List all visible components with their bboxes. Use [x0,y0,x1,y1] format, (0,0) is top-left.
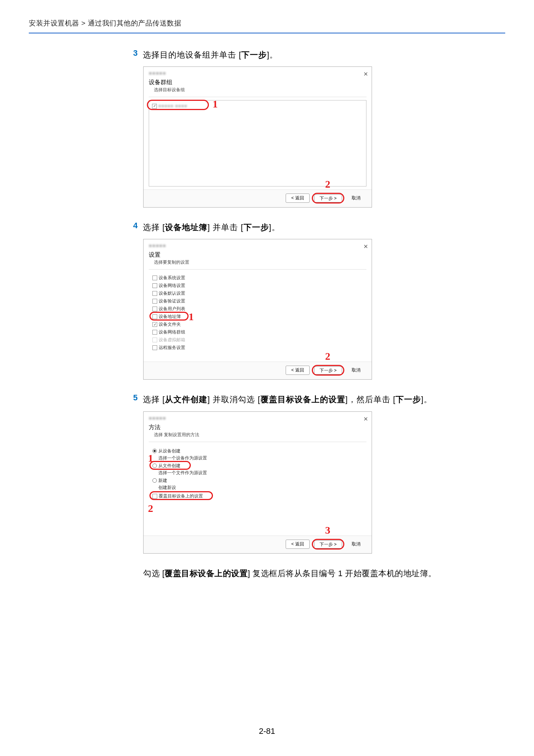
radio-new[interactable]: 新建 [152,477,364,485]
callout-2: 2 [325,350,330,362]
back-button[interactable]: < 返回 [286,540,309,549]
checkbox-icon[interactable] [152,330,157,335]
radio-from-file-sub: 选择一个文件作为源设置 [152,470,364,476]
callout-3: 3 [325,524,330,536]
radio-from-device[interactable]: 从设备创建 [152,447,364,455]
step-5-number: 5 [127,393,143,406]
back-button[interactable]: < 返回 [286,194,309,203]
checkbox-icon[interactable] [152,299,157,304]
checkbox-overwrite[interactable]: 覆盖目标设备上的设置 [152,492,364,500]
opt-network[interactable]: 设备网络设置 [152,282,364,290]
fig2-subheading: 选择要复制的设置 [144,259,372,268]
cancel-button[interactable]: 取消 [347,194,366,202]
callout-2: 2 [325,178,330,190]
step-3: 3 选择目的地设备组并单击 [下一步]。 [127,48,505,61]
radio-from-file[interactable]: 从文件创建 [152,462,364,470]
opt-netgroup[interactable]: 设备网络群组 [152,328,364,336]
callout-2: 2 [148,503,153,514]
checkbox-icon [152,338,157,342]
step-3-prefix: 选择目的地设备组并单击 [ [143,50,241,59]
callout-1: 1 [148,452,153,464]
header-rule [29,33,505,34]
fig1-heading: 设备群组 [144,78,372,86]
footnote: 勾选 [覆盖目标设备上的设置] 复选框后将从条目编号 1 开始覆盖本机的地址簿。 [143,567,505,580]
checkbox-icon[interactable] [152,322,157,327]
fig3-body: 从设备创建 选择一个设备作为源设置 从文件创建 选择一个文件作为源设置 新建 创… [149,445,366,533]
step-4: 4 选择 [设备地址簿] 并单击 [下一步]。 [127,221,505,234]
opt-remote[interactable]: 远程服务设置 [152,344,364,352]
opt-folder[interactable]: 设备文件夹 [152,321,364,328]
step-5: 5 选择 [从文件创建] 并取消勾选 [覆盖目标设备上的设置]，然后单击 [下一… [127,393,505,406]
step-4-text: 选择 [设备地址簿] 并单击 [下一步]。 [143,221,280,234]
fig1-footer: < 返回 下一步 > 取消 [144,189,372,207]
figure-settings: ■■■■■ × 设置 选择要复制的设置 设备系统设置 设备网络设置 设备默认设置… [143,239,372,380]
dialog-title-blur: ■■■■■ [149,243,166,249]
step-4-number: 4 [127,221,143,234]
dialog-title-blur: ■■■■■ [149,415,166,421]
step-3-bold: 下一步 [241,50,267,59]
cancel-button[interactable]: 取消 [347,540,366,548]
radio-icon[interactable] [152,478,157,483]
close-icon[interactable]: × [364,415,368,423]
fig2-footer: < 返回 下一步 > 取消 [144,362,372,379]
opt-addressbook[interactable]: 设备地址簿 [152,313,364,321]
fig1-body: ■■■■■ ■■■■ 1 [149,100,366,187]
radio-new-sub: 创建新设 [152,485,364,491]
opt-default[interactable]: 设备默认设置 [152,290,364,297]
cancel-button[interactable]: 取消 [347,366,366,374]
close-icon[interactable]: × [364,242,368,251]
fig1-subheading: 选择目标设备组 [144,86,372,96]
figure-method: ■■■■■ × 方法 选择 复制设置用的方法 从设备创建 选择一个设备作为源设置… [143,411,372,554]
breadcrumb: 安装并设置机器 > 通过我们其他的产品传送数据 [29,18,505,28]
fig3-subheading: 选择 复制设置用的方法 [144,431,372,441]
step-3-number: 3 [127,48,143,61]
checkbox-icon[interactable] [152,291,157,296]
page-number: 2-81 [0,726,534,736]
checkbox-icon[interactable] [152,307,157,311]
callout-1: 1 [189,311,194,323]
step-5-text: 选择 [从文件创建] 并取消勾选 [覆盖目标设备上的设置]，然后单击 [下一步]… [143,393,432,406]
opt-auth[interactable]: 设备验证设置 [152,297,364,305]
step-3-suffix: ]。 [267,50,278,59]
close-icon[interactable]: × [364,70,368,78]
checkbox-icon[interactable] [152,283,157,288]
step-3-text: 选择目的地设备组并单击 [下一步]。 [143,48,278,61]
callout-1: 1 [213,98,218,110]
checkbox-icon[interactable] [152,345,157,350]
opt-virtualmail: 设备虚拟邮箱 [152,336,364,344]
dialog-title-blur: ■■■■■ [149,70,166,76]
fig2-heading: 设置 [144,250,372,259]
figure-device-group: ■■■■■ × 设备群组 选择目标设备组 ■■■■■ ■■■■ 1 2 < 返回… [143,66,372,208]
back-button[interactable]: < 返回 [286,366,309,375]
radio-from-device-sub: 选择一个设备作为源设置 [152,455,364,461]
fig3-heading: 方法 [144,423,372,431]
opt-system[interactable]: 设备系统设置 [152,274,364,282]
fig2-body: 设备系统设置 设备网络设置 设备默认设置 设备验证设置 设备用户列表 设备地址簿… [149,273,366,359]
checkbox-icon[interactable] [152,276,157,280]
fig3-footer: < 返回 下一步 > 取消 [144,536,372,553]
